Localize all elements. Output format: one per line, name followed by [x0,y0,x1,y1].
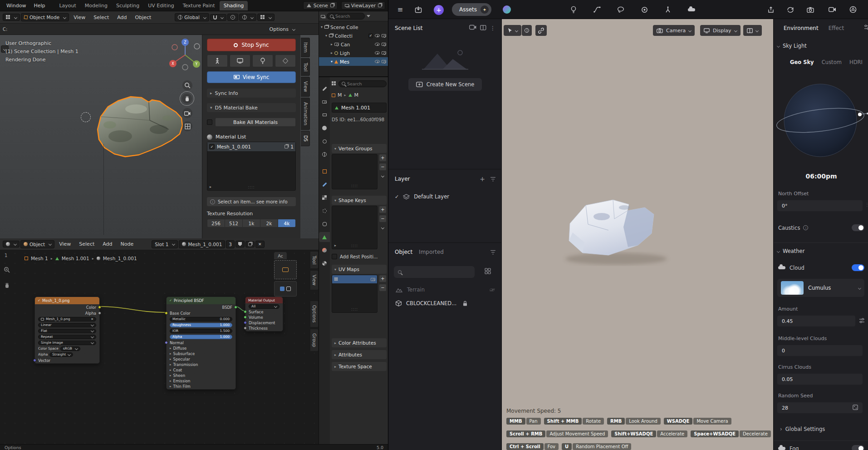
breadcrumb-material[interactable]: Mesh_1_0.001 [103,256,137,261]
add-rest-position-row[interactable]: Add Rest Positi... [332,254,387,259]
list-resize-grip[interactable]: :::: [351,244,358,248]
menu-view[interactable]: View [55,240,74,248]
group-sheen[interactable]: ▸Sheen [167,373,235,378]
properties-search[interactable] [338,80,387,87]
target-dropdown[interactable]: All [245,303,283,309]
interpolation-dropdown[interactable]: Linear [35,322,99,328]
tab-object[interactable] [319,166,330,176]
output-alpha[interactable]: Alpha [35,310,99,316]
drag-handle-icon[interactable]: ⋮ [865,202,868,207]
viewport-layout-dropdown[interactable] [743,25,762,36]
tab-object[interactable]: Object [395,249,412,255]
remove-shape-key-button[interactable]: − [379,215,387,223]
editor-type-button[interactable] [3,241,20,247]
new-scene-icon[interactable] [330,4,334,7]
tab-particles[interactable] [319,193,330,203]
group-transmission[interactable]: ▸Transmission [167,362,235,367]
tab-view-layer[interactable] [319,123,330,133]
tool-thumbnail-1[interactable] [274,260,297,279]
light-tool-icon[interactable] [569,5,578,14]
tab-physics[interactable] [319,206,330,216]
render-visibility-icon[interactable] [382,43,386,46]
image-node-header[interactable]: ✓ Mesh_1_0.png [35,297,99,304]
breadcrumb-data[interactable]: Mesh 1.001 [62,256,89,261]
overlays-toggle-button[interactable] [257,14,275,21]
tab-effect[interactable]: Effect [829,25,844,31]
workspace-tab-texture-paint[interactable]: Texture Paint [179,1,219,10]
input-surface[interactable]: Surface [245,309,283,315]
play-icon[interactable]: ▸ [334,243,336,247]
outliner-row-mesh-selected[interactable]: ▾ Mes [319,57,388,66]
caustics-toggle[interactable] [852,224,864,231]
properties-editor-icon[interactable] [332,81,336,86]
shader-tab-tool[interactable]: Tool [310,251,319,269]
output-node-header[interactable]: Material Output [245,297,283,303]
amount-input[interactable] [782,318,851,324]
group-emission[interactable]: ▸Emission [167,378,235,384]
cirrus-clouds-field[interactable] [777,374,863,385]
res-256-button[interactable]: 256 [207,219,225,227]
cloud-toggle[interactable] [852,264,864,271]
texture-space-panel-header[interactable]: ▸ Texture Space [332,362,387,371]
tab-scene[interactable] [319,136,330,146]
material-datablock-selector[interactable]: Mesh_1_0.001 [179,240,225,248]
filter-icon[interactable] [367,15,370,17]
bake-all-button[interactable]: Bake All Materials [215,118,296,127]
tab-output[interactable] [319,110,330,120]
color-socket[interactable] [98,306,101,309]
menu-add[interactable]: Add [99,240,116,248]
res-512-button[interactable]: 512 [225,219,243,227]
cloud-type-dropdown[interactable]: Cumulus [777,279,864,297]
eye-off-icon[interactable] [490,288,495,292]
tab-world[interactable] [319,149,330,159]
add-vertex-group-button[interactable]: + [379,154,387,162]
shape-keys-panel-header[interactable]: ▾ Shape Keys [332,196,387,205]
add-scene-view-icon[interactable] [469,25,476,32]
object-row-cblock[interactable]: CBLOCKCLEANED... [388,297,502,310]
menu-select[interactable]: Select [90,14,113,21]
image-texture-node[interactable]: ✓ Mesh_1_0.png Color Alpha Mesh_1_0.png … [34,297,100,364]
breadcrumb-data[interactable]: M [354,92,359,98]
menu-window[interactable]: Window [3,2,29,10]
uv-map-row-selected[interactable] [332,275,377,283]
outliner-row-collection[interactable]: ▾ Collecti ✓ [319,31,388,40]
pan-hand-button[interactable] [182,94,192,104]
bake-all-checkbox[interactable] [207,119,212,125]
expand-icon[interactable]: ▾ [331,59,333,64]
normal-socket[interactable] [165,341,168,344]
group-thin-film[interactable]: ▸Thin Film [167,384,235,389]
expand-icon[interactable]: ▾ [321,25,323,29]
viewlayer-selector[interactable]: ViewLayer [341,1,385,10]
expand-icon[interactable]: ▸ [331,51,333,55]
displacement-socket[interactable] [244,321,247,324]
north-offset-field[interactable] [777,200,863,211]
sidebar-tab-d5[interactable]: D5 [301,131,310,146]
random-seed-field[interactable] [777,402,863,413]
snap-button[interactable] [210,14,226,21]
pan-hand-button[interactable] [2,280,12,290]
workspace-tab-sculpting[interactable]: Sculpting [112,1,143,10]
tab-imported[interactable]: Imported [419,249,444,255]
new-material-button[interactable] [245,241,255,247]
menu-object[interactable]: Object [132,14,155,21]
group-diffuse[interactable]: ▸Diffuse [167,346,235,351]
alpha-socket[interactable] [98,312,101,315]
scene-more-icon[interactable]: ⋮ [490,25,495,31]
eye-icon[interactable] [375,51,380,54]
render-visibility-icon[interactable] [382,60,386,63]
amount-adjust-icon[interactable] [859,318,865,325]
add-layer-icon[interactable]: + [480,175,485,183]
add-rest-checkbox[interactable] [332,254,337,259]
sync-light-button[interactable] [252,54,273,67]
shape-keys-list[interactable]: ▸ :::: [332,206,378,249]
sky-tab-custom[interactable]: Custom [822,59,842,65]
material-checkbox[interactable]: ✓ [209,144,215,149]
breadcrumb-object[interactable]: M [338,92,342,98]
outliner-editor-icon[interactable] [321,15,325,18]
uv-maps-panel-header[interactable]: ▾ UV Maps [332,265,387,274]
sync-asset-button[interactable] [275,54,296,67]
expand-icon[interactable]: ▸ [331,42,333,46]
tab-environment[interactable]: Environment [784,25,819,31]
input-normal[interactable]: Normal [167,340,235,346]
source-dropdown[interactable]: Single Image [35,340,99,346]
